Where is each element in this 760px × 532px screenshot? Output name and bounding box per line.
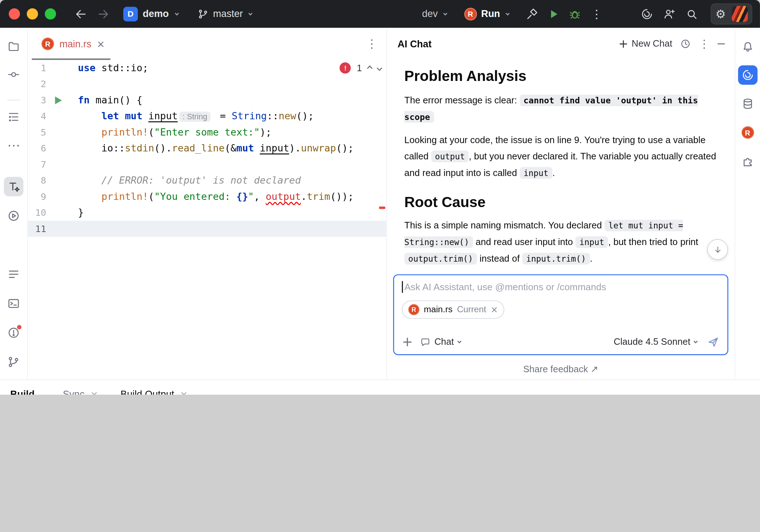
chat-input-box[interactable]: Ask AI Assistant, use @mentions or /comm… — [393, 274, 728, 355]
attachment-tag: Current — [457, 305, 486, 315]
tab-sync-label: Sync — [63, 389, 85, 395]
close-icon[interactable]: × — [180, 390, 188, 395]
line-number: 6 — [28, 140, 46, 156]
search-everywhere-icon[interactable] — [684, 6, 700, 22]
attachment-chip[interactable]: R main.rs Current × — [402, 301, 504, 319]
hide-panel-icon[interactable] — [718, 43, 725, 44]
build-hammer-icon[interactable] — [524, 6, 541, 22]
run-gutter-icon[interactable] — [55, 96, 62, 104]
minimize-window-button[interactable] — [27, 8, 38, 20]
cargo-rust-icon[interactable]: R — [738, 123, 757, 142]
forward-icon[interactable] — [95, 6, 112, 22]
debug-bug-icon[interactable] — [567, 6, 584, 22]
editor-line[interactable]: 2 — [28, 76, 387, 92]
ai-chat-header: AI Chat + New Chat ⋮ — [387, 28, 735, 60]
new-chat-button[interactable]: + New Chat — [618, 38, 672, 50]
close-icon[interactable]: × — [90, 390, 98, 395]
close-icon[interactable]: × — [97, 39, 105, 49]
build-tab-bar: Build Sync × Build Output × — [0, 380, 760, 395]
user-avatar[interactable] — [732, 6, 748, 22]
ai-edit-icon[interactable] — [4, 177, 24, 196]
settings-profile-group: ⚙ — [711, 3, 752, 24]
editor-line[interactable]: 6 io::stdin().read_line(&mut input).unwr… — [28, 140, 387, 156]
next-error-icon[interactable] — [377, 65, 382, 70]
model-label: Claude 4.5 Sonnet — [614, 336, 690, 347]
line-number: 9 — [28, 189, 46, 205]
chat-mode-label: Chat — [434, 336, 454, 347]
editor-line[interactable]: 3fn main() { — [28, 92, 387, 108]
back-icon[interactable] — [73, 6, 89, 22]
chat-paragraph: The error message is clear: cannot find … — [404, 92, 723, 125]
chat-mode-selector[interactable]: Chat — [420, 336, 461, 347]
more-tool-windows-icon[interactable]: ⋯ — [4, 136, 24, 155]
close-window-button[interactable] — [9, 8, 20, 20]
editor-line[interactable]: 4 let mut input: String = String::new(); — [28, 108, 387, 124]
line-number: 7 — [28, 156, 46, 172]
maximize-window-button[interactable] — [45, 8, 56, 20]
code-with-me-icon[interactable] — [661, 6, 678, 22]
run-widget[interactable]: R Run — [464, 8, 509, 20]
strip-divider — [7, 100, 20, 100]
text-caret — [402, 281, 403, 293]
editor-lines: 1use std::io;23fn main() {4 let mut inpu… — [28, 60, 387, 237]
run-play-icon[interactable] — [545, 6, 562, 22]
chevron-down-icon — [693, 339, 697, 343]
terminal-icon[interactable] — [4, 294, 24, 313]
rust-file-icon: R — [408, 304, 419, 315]
send-icon[interactable] — [707, 335, 720, 348]
chevron-down-icon — [506, 11, 510, 15]
scroll-to-bottom-button[interactable] — [707, 239, 728, 260]
chat-paragraph: Looking at your code, the issue is on li… — [404, 132, 723, 181]
problems-icon[interactable] — [4, 323, 24, 343]
editor-line[interactable]: 11 — [28, 221, 387, 237]
tab-options-kebab-icon[interactable]: ⋮ — [366, 38, 377, 50]
editor-line[interactable]: 7 — [28, 156, 387, 172]
ai-assistant-icon[interactable] — [639, 6, 656, 22]
run-tool-window-icon[interactable] — [4, 235, 24, 255]
chat-heading-problem-analysis: Problem Analysis — [404, 68, 723, 84]
project-widget[interactable]: D demo — [123, 7, 179, 21]
project-folder-icon[interactable] — [4, 37, 24, 56]
notification-dot — [17, 325, 21, 329]
database-icon[interactable] — [738, 94, 757, 113]
todo-lines-icon[interactable] — [4, 265, 24, 284]
ai-chat-icon[interactable] — [738, 65, 757, 85]
editor-line[interactable]: 10} — [28, 205, 387, 220]
services-icon[interactable] — [4, 206, 24, 226]
editor-line[interactable]: 9 println!("You entered: {}", output.tri… — [28, 189, 387, 205]
structure-icon[interactable] — [4, 107, 24, 127]
previous-error-icon[interactable] — [367, 65, 372, 70]
tab-main-rs[interactable]: R main.rs × — [28, 28, 115, 60]
tab-sync[interactable]: Sync × — [57, 380, 104, 395]
editor-body[interactable]: 1use std::io;23fn main() {4 let mut inpu… — [28, 60, 387, 379]
vcs-branch-widget[interactable]: master — [198, 8, 252, 20]
editor-line[interactable]: 8 // ERROR: 'output' is not declared — [28, 172, 387, 188]
scrollbar-error-mark[interactable] — [379, 207, 385, 209]
commit-icon[interactable] — [4, 65, 24, 84]
chat-history-icon[interactable] — [680, 38, 691, 49]
share-feedback-link[interactable]: Share feedback ↗ — [523, 363, 598, 374]
remove-attachment-icon[interactable]: × — [491, 305, 498, 314]
error-icon: ! — [340, 63, 351, 74]
model-selector[interactable]: Claude 4.5 Sonnet — [614, 336, 697, 347]
dependencies-puzzle-icon[interactable] — [738, 151, 757, 171]
git-branch-icon[interactable] — [4, 352, 24, 372]
editor-line[interactable]: 5 println!("Enter some text:"); — [28, 124, 387, 140]
more-options-kebab-icon[interactable]: ⋮ — [588, 6, 605, 22]
add-attachment-icon[interactable]: + — [402, 335, 413, 348]
chat-messages[interactable]: Problem Analysis The error message is cl… — [387, 60, 735, 274]
titlebar: D demo master dev R Run ⋮ — [0, 0, 760, 28]
editor-line[interactable]: 1use std::io; — [28, 60, 387, 76]
chat-input-placeholder: Ask AI Assistant, use @mentions or /comm… — [404, 281, 606, 292]
run-configuration-selector[interactable]: dev — [422, 8, 447, 20]
macos-traffic-lights[interactable] — [9, 8, 56, 20]
notifications-bell-icon[interactable] — [738, 37, 757, 56]
line-number: 8 — [28, 172, 46, 188]
plus-icon: + — [618, 38, 628, 50]
attachment-file-name: main.rs — [424, 305, 453, 315]
editor-tab-bar: R main.rs × ⋮ — [28, 28, 387, 60]
settings-gear-icon[interactable]: ⚙ — [716, 8, 726, 20]
chat-options-kebab-icon[interactable]: ⋮ — [699, 38, 710, 50]
tab-build-output[interactable]: Build Output × — [115, 380, 193, 395]
project-icon: D — [123, 7, 138, 21]
